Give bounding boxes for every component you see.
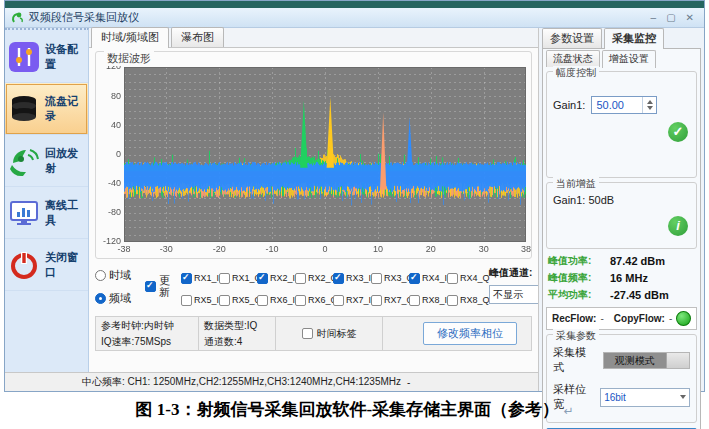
tab-time-freq-domain[interactable]: 时域/频域图: [91, 27, 169, 48]
sliders-icon: [8, 41, 40, 73]
channel-checkbox-item[interactable]: RX8_Q: [447, 295, 485, 306]
channel-checkbox[interactable]: [371, 295, 382, 306]
channel-checkbox-item[interactable]: RX3_Q: [371, 273, 409, 284]
update-checkbox-group[interactable]: 更新: [145, 264, 177, 298]
channel-checkbox[interactable]: [181, 295, 192, 306]
radio-freq-label: 频域: [109, 291, 131, 306]
power-stats: 峰值功率: 87.42 dBm 峰值频率: 16 MHz 平均功率: -27.4…: [546, 254, 697, 302]
spinner-down-icon[interactable]: [647, 106, 653, 110]
channel-checkbox[interactable]: [447, 295, 458, 306]
acq-mode-toggle[interactable]: 观测模式: [603, 352, 690, 369]
spectrum-chart[interactable]: [97, 63, 534, 257]
peak-freq-value: 16 MHz: [610, 272, 695, 284]
channel-checkbox[interactable]: [257, 295, 268, 306]
channel-checkbox[interactable]: [257, 273, 268, 284]
figure-caption: 图 1-3：射频信号采集回放软件-采集存储主界面（参考） ↵: [0, 398, 709, 421]
channel-checkbox-item[interactable]: RX7_I: [333, 295, 371, 306]
gain-apply-check-icon: ✓: [668, 122, 688, 142]
channel-checkbox-item[interactable]: RX4_I: [409, 273, 447, 284]
sidebar-item-label: 流盘记录: [45, 94, 85, 124]
time-tag-checkbox[interactable]: [302, 328, 313, 339]
peak-power-value: 87.42 dBm: [610, 255, 695, 267]
sidebar-item-offline-tools[interactable]: 离线工具: [5, 187, 88, 239]
document-page: 双频段信号采集回放仪 – ▢ ✕ 设备配置: [0, 0, 709, 429]
radio-time-label: 时域: [109, 268, 131, 283]
status-bar: 中心频率: CH1: 1250MHz,CH2:1255MHz,CH3:1240M…: [5, 372, 538, 391]
gain1-label: Gain1:: [553, 99, 585, 111]
channel-checkbox[interactable]: [181, 273, 192, 284]
right-tab-strip: 参数设置 采集监控: [542, 30, 701, 48]
sidebar-item-close-window[interactable]: 关闭窗口: [5, 239, 88, 291]
channel-checkbox[interactable]: [447, 273, 458, 284]
channel-checkbox[interactable]: [333, 295, 344, 306]
radio-circle[interactable]: [95, 293, 106, 304]
time-tag-label: 时间标签: [317, 327, 357, 341]
gain1-value: 50.00: [592, 97, 642, 113]
current-gain-value: Gain1: 50dB: [553, 194, 690, 206]
channel-label: RX6_I: [270, 295, 295, 305]
spinner-up-icon[interactable]: [647, 100, 653, 104]
channel-checkbox[interactable]: [219, 295, 230, 306]
monitor-chart-icon: [8, 197, 40, 229]
channel-checkbox-item[interactable]: RX5_Q: [219, 295, 257, 306]
info-icon: i: [668, 216, 688, 236]
subtab-stream-status[interactable]: 流盘状态: [546, 50, 600, 67]
tab-waterfall[interactable]: 瀑布图: [171, 27, 224, 47]
channel-checkbox[interactable]: [333, 273, 344, 284]
channel-checkbox-item[interactable]: RX1_Q: [219, 273, 257, 284]
channel-label: RX7_I: [346, 295, 371, 305]
channel-checkbox-item[interactable]: RX6_Q: [295, 295, 333, 306]
right-panel: 参数设置 采集监控 流盘状态 增益设置 幅度控制 Gain1: 50.00: [538, 28, 704, 391]
maximize-button[interactable]: ▢: [666, 13, 675, 23]
waveform-group-title: 数据波形: [104, 51, 154, 66]
channel-checkbox-item[interactable]: RX5_I: [181, 295, 219, 306]
current-gain-title: 当前增益: [553, 177, 599, 191]
channel-checkbox[interactable]: [295, 273, 306, 284]
center-freq-text: 中心频率: CH1: 1250MHz,CH2:1255MHz,CH3:1240M…: [82, 375, 401, 389]
right-tab-page: 流盘状态 增益设置 幅度控制 Gain1: 50.00: [542, 48, 701, 429]
tab-param-settings[interactable]: 参数设置: [542, 28, 602, 48]
main-area: 时域/频域图 瀑布图 数据波形 时域 频域: [89, 28, 538, 372]
channel-checkbox-item[interactable]: RX8_I: [409, 295, 447, 306]
channel-checkbox[interactable]: [295, 295, 306, 306]
sidebar-item-playback-transmit[interactable]: 回放发射: [5, 135, 88, 187]
right-sub-tab-strip: 流盘状态 增益设置: [546, 51, 697, 67]
app-window: 双频段信号采集回放仪 – ▢ ✕ 设备配置: [4, 0, 705, 392]
channel-checkbox-item[interactable]: RX7_Q: [371, 295, 409, 306]
channel-checkbox[interactable]: [409, 295, 420, 306]
close-button[interactable]: ✕: [686, 13, 694, 23]
channel-checkbox[interactable]: [409, 273, 420, 284]
window-top-strip: [5, 1, 704, 8]
radio-time-domain[interactable]: 时域: [95, 268, 141, 283]
channel-checkbox-item[interactable]: RX4_Q: [447, 273, 485, 284]
recflow-label: RecFlow:: [552, 313, 596, 324]
sidebar-item-device-config[interactable]: 设备配置: [5, 31, 88, 83]
flow-status-led: [676, 311, 691, 326]
subtab-gain-settings[interactable]: 增益设置: [602, 50, 656, 68]
minimize-button[interactable]: –: [651, 13, 657, 23]
radio-circle[interactable]: [95, 270, 106, 281]
channel-checkbox[interactable]: [219, 273, 230, 284]
update-checkbox[interactable]: [145, 281, 156, 292]
paragraph-mark: ↵: [563, 404, 573, 418]
modify-freq-phase-button[interactable]: 修改频率相位: [423, 322, 517, 345]
channel-label: RX3_I: [346, 273, 371, 283]
channel-checkbox-item[interactable]: RX2_I: [257, 273, 295, 284]
radio-freq-domain[interactable]: 频域: [95, 291, 141, 306]
sidebar-item-label: 关闭窗口: [45, 250, 85, 280]
channel-label: RX5_I: [194, 295, 219, 305]
channel-checkbox-item[interactable]: RX6_I: [257, 295, 295, 306]
avg-power-value: -27.45 dBm: [610, 289, 695, 301]
title-bar: 双频段信号采集回放仪 – ▢ ✕: [5, 8, 704, 28]
peak-power-label: 峰值功率:: [548, 254, 610, 268]
channel-checkbox[interactable]: [371, 273, 382, 284]
sidebar-item-stream-record[interactable]: 流盘记录: [5, 83, 88, 135]
channel-checkbox-item[interactable]: RX3_I: [333, 273, 371, 284]
gain1-spinner[interactable]: 50.00: [591, 96, 657, 114]
info-bar: 参考时钟:内时钟 IQ速率:75MSps 数据类型:IQ 通道数:4 时间标签 …: [95, 316, 532, 351]
channel-checkbox-item[interactable]: RX1_I: [181, 273, 219, 284]
tab-acquisition-monitor[interactable]: 采集监控: [604, 28, 664, 49]
channel-checkbox-item[interactable]: RX2_Q: [295, 273, 333, 284]
avg-power-label: 平均功率:: [548, 288, 610, 302]
flow-status-box: RecFlow: - CopyFlow: -: [546, 307, 697, 330]
